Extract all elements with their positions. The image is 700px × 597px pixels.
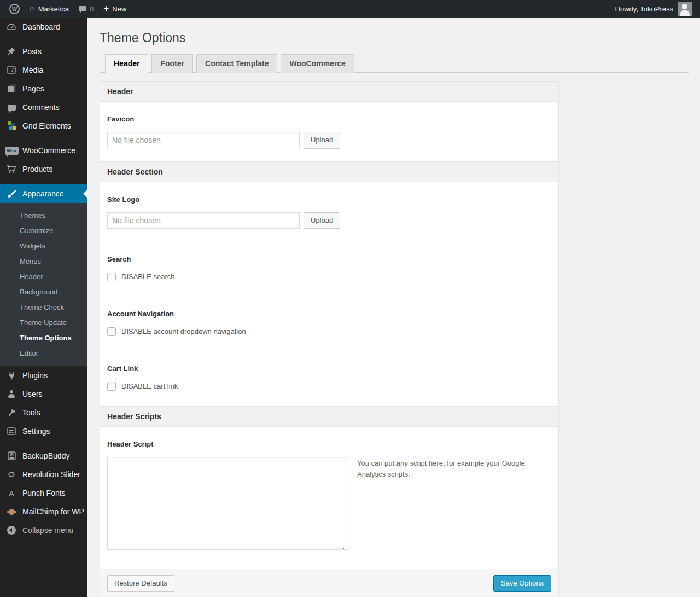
disable-account-dropdown-checkbox[interactable] [107, 327, 116, 336]
save-options-button[interactable]: Save Options [493, 575, 551, 592]
media-icon [4, 66, 19, 74]
sliders-icon [4, 427, 19, 435]
comments-shortcut[interactable]: 0 [74, 0, 98, 18]
sidebar-item-comments[interactable]: Comments [0, 98, 88, 117]
comment-icon [4, 105, 19, 111]
header-script-textarea[interactable] [107, 457, 348, 550]
sidebar-item-label: Settings [22, 427, 50, 436]
sidebar-item-woocommerce[interactable]: Woo WooCommerce [0, 141, 88, 160]
submenu-item-customize[interactable]: Customize [0, 223, 88, 238]
dashboard-icon [4, 23, 19, 31]
cart-link-field-row: Cart Link DISABLE cart link [100, 364, 558, 406]
disable-search-checkbox[interactable] [107, 273, 116, 281]
submenu-item-editor[interactable]: Editor [0, 345, 88, 361]
submenu-item-theme-check[interactable]: Theme Check [0, 299, 88, 315]
submenu-item-header[interactable]: Header [0, 269, 88, 284]
sidebar-item-mailchimp[interactable]: MailChimp for WP [0, 502, 88, 521]
tab-bar: Header Footer Contact Template WooCommer… [100, 54, 689, 73]
sidebar-item-label: Pages [22, 84, 44, 93]
tab-contact-template[interactable]: Contact Template [196, 54, 277, 73]
wordpress-logo-menu[interactable]: W [4, 0, 25, 18]
site-logo-upload-button[interactable]: Upload [304, 212, 340, 229]
collapse-arrow-icon [4, 526, 19, 535]
tab-footer[interactable]: Footer [151, 54, 193, 73]
wrench-icon [4, 408, 19, 417]
submenu-item-widgets[interactable]: Widgets [0, 238, 88, 253]
header-script-help-text: You can put any script here, for example… [357, 457, 528, 550]
site-logo-field-row: Site Logo Upload [100, 195, 558, 242]
grid-elements-icon [4, 121, 19, 130]
rotate-arrows-icon [4, 471, 19, 478]
menu-separator [0, 135, 88, 141]
plug-icon [4, 371, 19, 380]
sidebar-item-tools[interactable]: Tools [0, 403, 88, 422]
sidebar-item-collapse-menu[interactable]: Collapse menu [0, 521, 88, 540]
brush-icon [4, 190, 19, 198]
tab-header[interactable]: Header [105, 54, 148, 73]
search-label: Search [107, 255, 551, 263]
sidebar-item-label: WooCommerce [22, 146, 75, 155]
main-content: Theme Options Header Footer Contact Temp… [88, 18, 700, 597]
account-menu[interactable]: Howdy, TokoPress [615, 2, 692, 16]
submenu-item-theme-options[interactable]: Theme Options [0, 330, 88, 345]
favicon-field-row: Favicon Upload [100, 115, 558, 161]
sidebar-item-products[interactable]: Products [0, 160, 88, 178]
favicon-upload-button[interactable]: Upload [304, 132, 340, 148]
theme-options-panel: Header Favicon Upload Header Section Sit… [100, 81, 559, 597]
sidebar-item-label: Grid Elements [22, 121, 71, 130]
sidebar-item-pages[interactable]: Pages [0, 79, 88, 98]
monkey-icon [4, 509, 19, 515]
appearance-submenu: Themes Customize Widgets Menus Header Ba… [0, 203, 88, 366]
user-avatar [678, 2, 692, 16]
sidebar-item-label: Posts [22, 47, 42, 56]
favicon-label: Favicon [107, 115, 551, 123]
sidebar-item-posts[interactable]: Posts [0, 42, 88, 61]
submenu-item-themes[interactable]: Themes [0, 207, 88, 223]
sidebar-item-punch-fonts[interactable]: A Punch Fonts [0, 484, 88, 502]
sidebar-item-grid-elements[interactable]: Grid Elements [0, 117, 88, 135]
section-header-section: Header Section [100, 161, 558, 182]
new-content-menu[interactable]: + New [98, 0, 131, 18]
sidebar-item-revolution-slider[interactable]: Revolution Slider [0, 465, 88, 484]
sidebar-item-dashboard[interactable]: Dashboard [0, 18, 88, 36]
disable-cart-link-label[interactable]: DISABLE cart link [121, 382, 178, 390]
user-icon [4, 390, 19, 398]
header-script-label: Header Script [107, 440, 551, 448]
woocommerce-badge-icon: Woo [4, 147, 19, 155]
header-script-field-row: Header Script You can put any script her… [100, 440, 558, 569]
account-navigation-label: Account Navigation [107, 310, 551, 318]
comment-bubble-icon [79, 6, 86, 11]
site-name-link[interactable]: ⌂ Marketica [25, 0, 74, 18]
disable-cart-link-checkbox[interactable] [107, 382, 116, 391]
sidebar-item-users[interactable]: Users [0, 385, 88, 403]
sidebar-item-label: Media [22, 66, 43, 74]
sidebar-item-label: Comments [22, 103, 60, 112]
disable-search-label[interactable]: DISABLE search [121, 273, 175, 281]
menu-separator [0, 36, 88, 42]
sidebar-item-label: Plugins [22, 371, 48, 380]
restore-defaults-button[interactable]: Restore Defaults [107, 575, 174, 592]
sidebar-item-label: MailChimp for WP [22, 507, 84, 516]
sidebar-item-plugins[interactable]: Plugins [0, 366, 88, 385]
favicon-file-input[interactable] [107, 132, 300, 148]
home-icon: ⌂ [30, 4, 35, 13]
site-name-label: Marketica [38, 5, 69, 13]
sidebar-item-label: BackupBuddy [22, 451, 69, 460]
sidebar-item-label: Users [22, 390, 43, 398]
sidebar-item-label: Tools [22, 408, 40, 417]
submenu-item-theme-update[interactable]: Theme Update [0, 315, 88, 330]
submenu-item-background[interactable]: Background [0, 284, 88, 299]
sidebar-item-media[interactable]: Media [0, 61, 88, 79]
sidebar-item-appearance[interactable]: Appearance [0, 184, 88, 203]
comments-count: 0 [90, 5, 94, 13]
site-logo-file-input[interactable] [107, 212, 300, 229]
admin-bar-left: W ⌂ Marketica 0 + New [4, 0, 131, 18]
pages-icon [4, 84, 19, 93]
section-header: Header [100, 82, 558, 102]
tab-woocommerce[interactable]: WooCommerce [281, 54, 354, 73]
search-field-row: Search DISABLE search [100, 255, 558, 297]
sidebar-item-backupbuddy[interactable]: BackupBuddy [0, 447, 88, 465]
submenu-item-menus[interactable]: Menus [0, 253, 88, 269]
sidebar-item-settings[interactable]: Settings [0, 422, 88, 440]
disable-account-dropdown-label[interactable]: DISABLE account dropdown navigation [121, 327, 246, 335]
